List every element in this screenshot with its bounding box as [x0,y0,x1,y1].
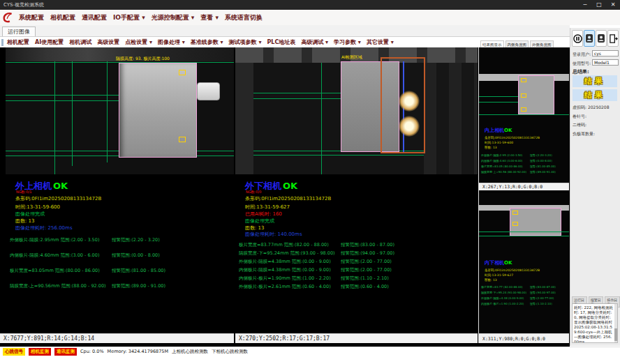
camera-view-inner-lower[interactable]: 内下相机OK 条形码:0FI1im2025020813313472B 时间:13… [479,192,569,333]
titlebar: CYS-视觉检测系统 ─ □ ✕ [0,0,620,10]
camera-title: 内下相机OK [485,259,512,266]
camera-title: 内上相机OK [485,127,512,134]
roi-marker [521,107,526,112]
barcode-text: 条形码:0FI1im2025020813313472B [245,195,331,202]
menu-light-config[interactable]: 光源控制配置 ▾ [152,13,195,22]
coordinate-bar-left: X:7677;Y:891;R:14;G:14;B:14 [0,333,234,343]
roi-marker [512,211,518,215]
log-output[interactable]: 耗时: 222, 网络检测耗时: 17, 网络分类耗时: 0, 网络提取分类耗时… [572,303,618,343]
process-done-text: 图像处理完成 [245,218,274,225]
tool-test-params[interactable]: 测试项参数 ▾ [229,38,262,46]
comm-monitor-badge: 通讯监测 [54,348,77,356]
menu-comm-config[interactable]: 通讯配置 [82,13,107,22]
time-text: 时间:13-31-59-600 [15,204,60,211]
tab-inner-angle[interactable]: 内侧角度图 [505,40,529,47]
result-box-1: 结果 [573,75,617,87]
qrcode-label: 二维码: [573,122,586,128]
log-scrollbar-thumb[interactable] [614,328,617,341]
tab-outer-angle[interactable]: 外侧角度图 [530,40,554,47]
roi-marker [512,222,518,226]
login-user-field[interactable]: cys [592,50,619,56]
tool-baseline-params[interactable]: 基准线参数 ▾ [191,38,223,46]
tool-learning-params[interactable]: 学习参数 ▾ [334,38,361,46]
guide-line [479,96,518,97]
tool-other-settings[interactable]: 其它设置 ▾ [367,38,394,46]
tab-strip: 运行图像 [0,25,570,37]
tool-camera-debug[interactable]: 相机调试 [69,38,91,46]
menu-language-switch[interactable]: 系统语言切换 [225,13,263,22]
upper-camera-heartbeat: 上相机心跳检测数 [172,349,208,355]
measurement-row: 外侧极片-隔膜=4.38 (0.00-9.00)报警:(2.00-77.00) [481,296,554,300]
result-ok: OK [53,181,68,191]
tool-advanced-debug[interactable]: 高级调试 ▾ [301,38,328,46]
pause-icon [573,34,582,43]
time-text: 时间:13-31-59-627 [245,204,290,211]
app-window: CYS-视觉检测系统 ─ □ ✕ 系统配置 相机配置 通讯配置 IO手配置 ▾ … [0,0,620,364]
minimize-icon[interactable]: ─ [581,0,589,10]
measurement-row: 隔膜宽度-上=90.56 (88.00-92.00)报警:(89.00-91.0… [481,170,556,174]
tool-advanced-settings[interactable]: 高级设置 [97,38,119,46]
login-user-button[interactable] [584,30,595,47]
operator-button[interactable] [596,30,607,47]
sidebar-buttons [572,30,619,47]
measurement-row: 内侧极片-隔膜:4.60mm 范围:(3.00 - 6.00)报警范围:(0.0… [10,252,160,259]
menu-camera-config[interactable]: 相机配置 [50,13,75,22]
cpu-usage: Cpu: 0.0% [80,349,104,354]
measurement-row: 外侧极片-极片=2.61mm 范围:(0.60 - 4.00)报警范围:(0.6… [239,284,389,290]
coordinate-bar-inner-lower: X:311;Y:980;R:0;G:0;B:0 [479,333,569,343]
log-text: 耗时: 222, 网络检测耗时: 17, 网络分类耗时: 0, 网络提取分类耗时… [574,305,613,343]
tool-image-process[interactable]: 图像处理 ▾ [158,38,185,46]
measurement-row: 内侧极片-极片=1.90mm 范围:(1.00 - 2.20)报警范围:(1.1… [239,275,389,282]
tab-glow [399,116,420,137]
measurement-row: 隔膜宽度-下=95.24mm 范围:(93.00 - 98.00)报警范围:(9… [239,250,394,257]
maximize-icon[interactable]: □ [595,0,603,10]
exit-button[interactable] [607,30,619,47]
measurement-row: 隔膜宽度-上=90.56mm 范围:(88.00 - 92.00)报警范围:(8… [10,283,165,289]
tool-ai-config[interactable]: AI使用配置 [35,38,64,46]
model-field[interactable]: Model1 [592,59,619,66]
camera-image-middle: AI检测区域 [235,47,478,174]
virtual-code-label: 虚拟码: 20250208 [573,105,609,111]
app-logo-icon [2,11,15,24]
tool-plc-address[interactable]: PLC地址表 [267,38,295,46]
barcode-text: 条形码:0FI1im2025020813313472B [15,195,101,202]
tool-camera-config[interactable]: 相机配置 [7,38,29,46]
guide-line [479,102,518,103]
workspace: 隔膜高度: 93. 极片高度:100 外上相机OK NG数:0/1 条形码:0F… [0,47,570,347]
log-scrollbar[interactable] [614,304,617,342]
tool-spot-check[interactable]: 点检设置 ▾ [125,38,152,46]
coordinate-bar-inner-upper: X:267;Y:13;R:0;G:0;B:0 [479,183,569,190]
camera-view-outer-lower[interactable]: AI检测区域 外下相机OK NG数:0/0 条形码:0FI1im20250208… [235,47,478,333]
measurement-row: 极片宽度=83.77 (82.00-88.00)报警:(83.00-87.00) [481,285,556,289]
small-view-tabs: 结果图显示 内侧角度图 外侧角度图 [479,40,569,47]
ng-note: NG数:0/1 [16,190,31,194]
measurement-row: 外侧极片-隔膜:2.95mm 范围:(2.00 - 3.50)报警范围:(2.2… [10,237,160,243]
pause-button[interactable] [572,30,583,47]
user-icon [597,33,605,43]
camera-image-left: 隔膜高度: 93. 极片高度:100 [6,47,234,174]
ai-time-text: 已用AI耗时: 160 [245,211,282,218]
roi-marker [521,93,526,98]
status-bar: 心跳信号 相机监测 通讯监测 Cpu: 0.0% Memory: 3424.41… [0,347,620,356]
camera-monitor-badge: 相机监测 [29,348,51,356]
roi-marker [521,78,526,82]
menu-io-config[interactable]: IO手配置 ▾ [113,13,145,22]
process-time-text: 图像处理耗时: 256.00ms [15,225,73,232]
camera-view-outer-upper[interactable]: 隔膜高度: 93. 极片高度:100 外上相机OK NG数:0/1 条形码:0F… [6,47,234,333]
scene-label: AI检测区域 [341,54,362,61]
menu-view[interactable]: 查看 ▾ [200,13,219,22]
measurement-row: 内侧极片-极片=1.90 (1.00-2.20)报警:(1.10-2.10) [481,302,552,305]
measurement-row: 极片宽度=83.05mm 范围:(80.00 - 86.00)报警范围:(81.… [10,268,165,274]
tab-result-image[interactable]: 结果图显示 [480,40,504,47]
barcode-text: 条形码:0FI1im2025020813313472B [485,136,540,139]
roi-marker [179,137,186,142]
guide-line [479,114,569,115]
menu-system-config[interactable]: 系统配置 [19,13,44,22]
needle-number-label: 卷针号: [573,114,586,120]
camera-view-inner-upper[interactable]: 内上相机OK 条形码:0FI1im2025020813313472B 时间:13… [479,47,569,183]
right-panel: 登录用户: cys 使用型号: Model1 总结果: 结果 结果 虚拟码: 2… [570,28,620,346]
time-text: 时间:13-31-59-627 [485,273,513,277]
tab-run-image[interactable]: 运行图像 [2,26,36,36]
barcode-text: 条形码:0FI1im2025020813313472B [485,268,540,272]
close-icon[interactable]: ✕ [609,0,617,10]
